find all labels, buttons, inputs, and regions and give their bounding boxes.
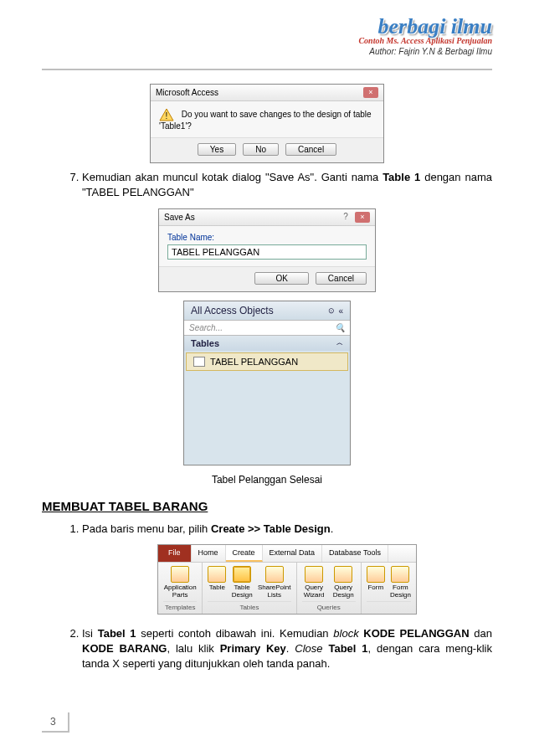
close-icon[interactable]: × bbox=[363, 87, 378, 98]
l: Table bbox=[209, 584, 225, 592]
l: Query Wizard bbox=[302, 584, 326, 599]
nav-search[interactable]: Search... 🔍 bbox=[184, 320, 350, 336]
cancel-button[interactable]: Cancel bbox=[316, 272, 367, 285]
table-design-icon bbox=[233, 566, 251, 583]
btn-form-design[interactable]: Form Design bbox=[390, 566, 411, 599]
t: . bbox=[286, 642, 295, 655]
logo-main-text: berbagi ilmu bbox=[358, 17, 492, 36]
btn-sharepoint-lists[interactable]: SharePoint Lists bbox=[258, 566, 291, 599]
svg-text:!: ! bbox=[166, 111, 168, 121]
nav-item-tabel-pelanggan[interactable]: TABEL PELANGGAN bbox=[186, 352, 348, 371]
t: Kemudian akan muncul kotak dialog "Save … bbox=[82, 171, 383, 183]
group-label-tables: Tables bbox=[208, 601, 290, 612]
saveas-buttons: OK Cancel bbox=[159, 266, 375, 291]
saveas-title: Save As bbox=[164, 213, 195, 222]
b: Create >> Table Design bbox=[211, 522, 331, 535]
tab-database-tools[interactable]: Database Tools bbox=[322, 545, 388, 563]
ribbon-group-templates: Application Parts Templates bbox=[158, 563, 203, 614]
dialog-buttons: Yes No Cancel bbox=[151, 137, 383, 162]
saveas-titlebar: Save As ? × bbox=[159, 209, 375, 226]
dialog-title: Microsoft Access bbox=[156, 88, 218, 97]
help-icon[interactable]: ? bbox=[338, 212, 353, 223]
group-label-forms bbox=[367, 601, 411, 603]
ribbon-group-tables: Table Table Design SharePoint Lists Tabl… bbox=[203, 563, 296, 614]
table-icon bbox=[193, 357, 205, 367]
i: Close bbox=[295, 642, 322, 655]
table-name-input[interactable] bbox=[167, 244, 367, 260]
dialog-body: ! Do you want to save changes to the des… bbox=[151, 101, 383, 137]
step-1-text: Pada baris menu bar, pilih Create >> Tab… bbox=[82, 522, 492, 537]
search-icon[interactable]: 🔍 bbox=[335, 323, 345, 332]
header-divider bbox=[42, 69, 492, 70]
t: seperti contoh dibawah ini. Kemudian bbox=[136, 627, 334, 640]
tab-home[interactable]: Home bbox=[192, 545, 226, 563]
step-1: Pada baris menu bar, pilih Create >> Tab… bbox=[82, 522, 492, 615]
dialog-message: Do you want to save changes to the desig… bbox=[159, 110, 372, 131]
cancel-button[interactable]: Cancel bbox=[285, 143, 336, 156]
ok-button[interactable]: OK bbox=[254, 272, 308, 285]
form-design-icon bbox=[391, 566, 409, 583]
btn-table[interactable]: Table bbox=[208, 566, 226, 599]
step-2-text: Isi Tabel 1 seperti contoh dibawah ini. … bbox=[82, 626, 492, 672]
tab-create[interactable]: Create bbox=[226, 545, 263, 563]
nav-header[interactable]: All Access Objects ⊙ « bbox=[184, 301, 350, 320]
step-7-text: Kemudian akan muncul kotak dialog "Save … bbox=[82, 170, 492, 200]
b: Primary Key bbox=[220, 642, 286, 655]
btn-query-wizard[interactable]: Query Wizard bbox=[302, 566, 326, 599]
t: Pada baris menu bar, pilih bbox=[82, 522, 211, 535]
btn-query-design[interactable]: Query Design bbox=[331, 566, 356, 599]
ribbon-tabs: File Home Create External Data Database … bbox=[158, 545, 416, 563]
saveas-body: Table Name: bbox=[159, 226, 375, 266]
heading-membuat-tabel-barang: MEMBUAT TABEL BARANG bbox=[42, 499, 492, 513]
b: KODE BARANG bbox=[82, 642, 167, 655]
yes-button[interactable]: Yes bbox=[198, 143, 236, 156]
tab-file[interactable]: File bbox=[158, 545, 192, 563]
step-2: Isi Tabel 1 seperti contoh dibawah ini. … bbox=[82, 626, 492, 672]
query-design-icon bbox=[334, 566, 352, 583]
warning-icon: ! bbox=[159, 108, 174, 121]
ordered-list-barang: Pada baris menu bar, pilih Create >> Tab… bbox=[42, 522, 492, 671]
query-wizard-icon bbox=[305, 566, 323, 583]
t: . bbox=[331, 522, 334, 535]
header-logo: berbagi ilmu Contoh Ms. Access Aplikasi … bbox=[358, 17, 492, 56]
btn-form[interactable]: Form bbox=[367, 566, 385, 599]
chevron-up-icon: ︿ bbox=[336, 338, 343, 348]
l: Table Design bbox=[231, 584, 253, 599]
collapse-icon[interactable]: « bbox=[338, 306, 343, 316]
btn-application-parts[interactable]: Application Parts bbox=[163, 566, 197, 599]
ribbon-group-forms: Form Form Design bbox=[362, 563, 416, 614]
no-button[interactable]: No bbox=[243, 143, 279, 156]
ribbon-body: Application Parts Templates Table Table … bbox=[158, 563, 416, 614]
appparts-icon bbox=[171, 566, 189, 583]
group-label-queries: Queries bbox=[302, 601, 356, 612]
nav-header-text: All Access Objects bbox=[191, 305, 274, 316]
dropdown-icon[interactable]: ⊙ bbox=[328, 306, 335, 315]
btn-table-design[interactable]: Table Design bbox=[231, 566, 253, 599]
b: Table 1 bbox=[383, 171, 420, 183]
close-icon[interactable]: × bbox=[355, 212, 370, 223]
logo-sub-text: Contoh Ms. Access Aplikasi Penjualan bbox=[358, 36, 492, 45]
form-icon bbox=[367, 566, 385, 583]
logo-author-text: Author: Fajrin Y.N & Berbagi Ilmu bbox=[358, 47, 492, 56]
save-as-dialog: Save As ? × Table Name: OK Cancel bbox=[158, 208, 376, 292]
nav-group-tables[interactable]: Tables ︿ bbox=[184, 336, 350, 351]
l: Form bbox=[367, 584, 383, 592]
step-7: Kemudian akan muncul kotak dialog "Save … bbox=[82, 170, 492, 200]
b: Tabel 1 bbox=[98, 627, 136, 640]
i: block bbox=[333, 627, 358, 640]
l: Application Parts bbox=[163, 584, 197, 599]
table-icon bbox=[208, 566, 226, 583]
page-number: 3 bbox=[42, 712, 69, 733]
b: KODE PELANGGAN bbox=[363, 627, 469, 640]
page-content: Microsoft Access × ! Do you want to save… bbox=[42, 84, 492, 672]
dialog-titlebar: Microsoft Access × bbox=[151, 85, 383, 101]
tab-external-data[interactable]: External Data bbox=[263, 545, 323, 563]
l: Query Design bbox=[331, 584, 356, 599]
nav-empty-area bbox=[184, 373, 350, 465]
ribbon-create: File Home Create External Data Database … bbox=[157, 544, 417, 615]
table-name-label: Table Name: bbox=[167, 233, 367, 242]
ms-access-confirm-dialog: Microsoft Access × ! Do you want to save… bbox=[150, 84, 384, 163]
b: Tabel 1 bbox=[328, 642, 367, 655]
group-label-templates: Templates bbox=[163, 601, 197, 612]
navigation-pane: All Access Objects ⊙ « Search... 🔍 Table… bbox=[183, 301, 351, 465]
